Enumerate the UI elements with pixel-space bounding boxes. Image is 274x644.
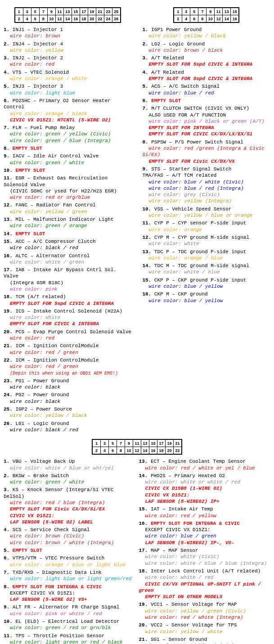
extra-note: EMPTY SLOT FOR Civic CX/DX/VX (142, 159, 234, 164)
extra-note: EMPTY SLOT FOR 5spd CIVIC & INTEGRA (142, 62, 252, 67)
list-item: 2. INJ4 – Injector 4wire color: yellow (4, 41, 132, 54)
item-number: 13. MIL – Malfunction Indicator Light (4, 217, 113, 222)
pin-cell: 13 (223, 8, 231, 15)
extra-note: EMPTY SLOT FOR 5spd CIVIC & INTEGRA (142, 76, 252, 81)
pin-cell: 20 (88, 15, 96, 22)
item-number: 4. SCS – Service Check Signal (4, 527, 90, 532)
list-item: 20. VCC2 – Sensor Voltage for TPSwire co… (139, 622, 271, 635)
pin-cell: 11 (133, 440, 141, 447)
item-number: 8. PSPSW – P/S Power Switch Signal (142, 139, 243, 145)
item-number: 4. VTS – VTEC Solenoid (4, 70, 69, 75)
item-number: 10. EMPTY SLOT (4, 168, 45, 173)
item-number: 20. PCS – Evap Purge Control Solenoid Va… (4, 329, 131, 335)
wire-color: wire color: orange / white (4, 76, 87, 81)
wire-color: wire color: white / green (4, 259, 84, 265)
list-item: 5. EMPTY SLOT (4, 547, 135, 554)
wire-color-3: wire color: grey (Civic) (142, 192, 220, 197)
list-item: 11. EGR – Exhaust Gas Recirculation Sole… (4, 175, 132, 201)
pin-cell: 14 (63, 15, 72, 22)
extra-note: EMPTY SLOT FOR Civic CX/DX/Si/EX (4, 506, 105, 512)
connector-b-section: 13579111315 246810121416 1. IGP1 Power G… (142, 4, 270, 434)
extra-note: CIVIC CX/VX OPTIONAL UP-SHIFT LT pink / … (139, 581, 261, 593)
item-number: 9. STS – Starter Signal Switch (142, 166, 231, 172)
list-item: 7. TXD/RXD – Diagnostic Data Linkwire co… (4, 569, 135, 582)
list-item: 5. ACS – A/C Switch Signalwire color: bl… (142, 83, 270, 96)
pin-cell: 23 (104, 8, 112, 15)
pin-cell: 9 (207, 8, 215, 15)
wire-color: wire color: yellow / blue or orange (142, 213, 252, 218)
pin-cell: 15 (149, 440, 157, 447)
wire-color: wire color: red / yellow (139, 513, 216, 519)
list-item: 3. A/T RelatedEMPTY SLOT FOR 5spd CIVIC … (142, 55, 270, 68)
item-number: 17. IAB – Intake Air Bypass Cntrl Sol. V… (4, 267, 117, 279)
pin-cell: 9 (47, 8, 55, 15)
item-number: 21. ICM – Ignition ControlModule (4, 343, 99, 349)
item-number: 2. LG2 – Logic Ground (142, 41, 205, 47)
item-number: 2. BKSW – Brake Switch (4, 473, 69, 479)
wire-color: wire color: white / blue or wht/yel (4, 465, 114, 471)
item-number: 13. ECT – Engine Coolant Temp Sensor (139, 459, 246, 464)
list-item: 15. ACC – A/C Compressor Clutchwire colo… (4, 238, 132, 251)
wire-color-2: wire color: brown / white (Integra) (4, 540, 114, 546)
item-number: 3. KS – Knock Sensor (Integra/Si VTEC De… (4, 487, 113, 499)
list-item: 3. KS – Knock Sensor (Integra/Si VTEC De… (4, 487, 135, 525)
pin-cell: 26 (112, 15, 120, 22)
wire-color: wire color: red /green (Integra & Civic … (142, 146, 264, 157)
extra-note: CIVIC VX D15Z1: HTCNTL (5-WIRE O2) (4, 117, 111, 123)
item-number: 14. PHO2S – Primary Heated O2 (139, 473, 225, 479)
list-item: 8. EMPTY SLOT FOR INTEGRA & CIVICEXCEPT … (4, 584, 135, 603)
item-number: 3. INJ2 – Injector 2 (4, 55, 63, 61)
item-number: 7. TXD/RXD – Diagnostic Data Link (4, 570, 102, 575)
item-number: 22. ICM – Ignition ControlModule (4, 358, 99, 363)
list-item: 11. CYP P – CYP sensor P-side inputwire … (142, 220, 270, 233)
wire-color: wire color: white or white / red (139, 479, 240, 485)
list-item: 23. PG1 – Power Groundwire color: black (4, 378, 132, 391)
item-number: 20. VCC2 – Sensor Voltage for TPS (139, 622, 237, 628)
item-number: 6. VTPS/VTM – VTEC Pressure Switch (4, 555, 104, 561)
list-item: 6. EMPTY SLOT (142, 98, 270, 104)
pin-cell: 15 (231, 8, 239, 15)
connector-d-right-list: 13. ECT – Engine Coolant Temp Sensorwire… (139, 458, 271, 644)
item-number: 6. PO2SHC – Primary O2 Sensor Heater Con… (4, 98, 111, 110)
list-item: 15. IAT – Intake Air Tempwire color: red… (139, 506, 271, 519)
extra-note: LAF SENSOR (5-WIRE02) IP–, VS– (139, 540, 234, 546)
pin-cell: 7 (198, 8, 207, 15)
wire-color: wire color: brown (Civic) (4, 533, 84, 539)
list-item: 4. VTS – VTEC Solenoidwire color: orange… (4, 69, 132, 82)
item-number: 14. TDC M – TDC ground M-side signal (142, 263, 249, 268)
pin-cell: 12 (55, 15, 63, 22)
connector-a-list: 1. INJ1 – Injector 1wire color: brown2. … (4, 27, 132, 433)
pin-cell: 2 (15, 15, 23, 22)
wire-color: wire color: black / red (4, 245, 78, 250)
wire-color: wire color: yellow / green (4, 209, 87, 215)
pin-cell: 1 (93, 440, 101, 447)
list-item: 14. EMPTY SLOT (4, 231, 132, 237)
pin-cell: 3 (101, 440, 109, 447)
wire-color: wire color: light green or red / black (4, 640, 123, 644)
list-item: 7. FLR – Fuel Pump Relaywire color: gree… (4, 125, 132, 144)
wire-color: wire color: pink or white / red (4, 611, 102, 617)
list-item: 12. FANC – Radiator Fan Controlwire colo… (4, 202, 132, 215)
wire-color: wire color: red (4, 62, 54, 67)
item-number: 5. ACS – A/C Switch Signal (142, 84, 220, 89)
pin-cell: 18 (80, 15, 88, 22)
list-item: 16. EMPTY SLOT FOR INTEGRA & CIVICEXCEPT… (139, 520, 271, 546)
wire-color: wire color: black (4, 385, 60, 390)
list-item: 13. TDC P – TDC ground P-side inputwire … (142, 249, 270, 262)
item-number: 13. TDC P – TDC ground P-side input (142, 249, 246, 255)
item-number: 19. ICS – Intake Control Solenoid (H22A) (4, 309, 122, 314)
wire-color: wire color: green / red or grn/blk (4, 625, 111, 631)
list-item: 22. ICM – Ignition ControlModulewire col… (4, 357, 132, 376)
wire-color: wire color: brown / black (142, 48, 223, 53)
pin-cell: 5 (190, 8, 198, 15)
item-number: 8. EMPTY SLOT FOR INTEGRA & CIVIC (4, 584, 102, 590)
pin-cell: 8 (39, 15, 47, 22)
pin-cell: 25 (112, 8, 120, 15)
wire-color: wire color: yellow / black (4, 413, 87, 418)
list-item: 25. IGP2 – Power Sourcewire color: yello… (4, 406, 132, 419)
wire-color-4: wire color: yellow (Integra) (142, 198, 232, 204)
item-number: 11. EGR – Exhaust Gas Recirculation Sole… (4, 175, 108, 187)
extra-note: EMPTY SLOT FOR INTEGRA (142, 125, 214, 130)
item-label2: ALSO USED FOR A/T FUNCTION (142, 112, 226, 118)
list-item: 2. LG2 – Logic Groundwire color: brown /… (142, 41, 270, 54)
